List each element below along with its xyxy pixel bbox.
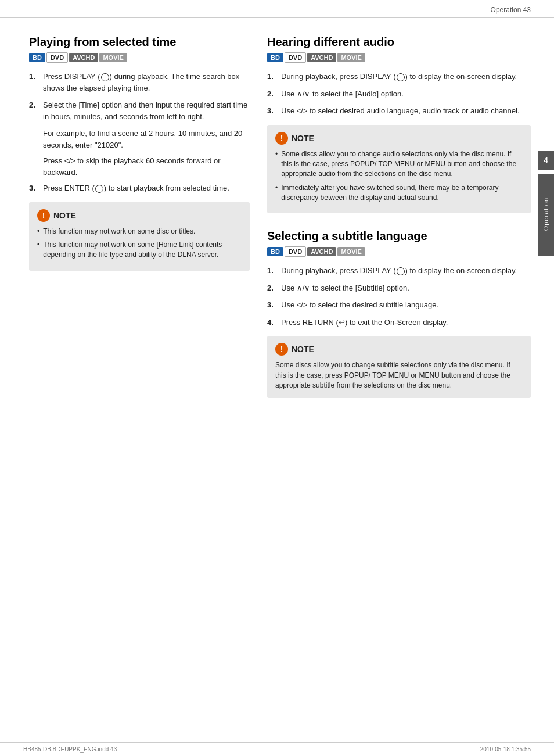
playing-note-title: NOTE bbox=[53, 211, 76, 220]
audio-step-3-num: 3. bbox=[267, 105, 278, 117]
footer-left: HB485-DB.BDEUPPK_ENG.indd 43 bbox=[23, 746, 117, 753]
step-1-num: 1. bbox=[29, 71, 39, 94]
audio-note-item-2: Immediately after you have switched soun… bbox=[275, 183, 523, 203]
section-audio: Hearing different audio BD DVD AVCHD MOV… bbox=[267, 35, 531, 213]
note-exclamation-icon-2: ! bbox=[275, 132, 288, 145]
audio-note-text-2: Immediately after you have switched soun… bbox=[281, 183, 523, 203]
audio-step-3-text: Use </> to select desired audio language… bbox=[281, 105, 531, 117]
enter-icon bbox=[95, 185, 103, 193]
subtitle-step-2-num: 2. bbox=[267, 282, 278, 294]
playing-note-box: ! NOTE This function may not work on som… bbox=[29, 202, 250, 271]
audio-note-box: ! NOTE Some discs allow you to change au… bbox=[267, 125, 531, 214]
subtitle-step-1-text: During playback, press DISPLAY () to dis… bbox=[281, 265, 531, 277]
step-1: 1. Press DISPLAY () during playback. The… bbox=[29, 71, 250, 94]
section-audio-title: Hearing different audio bbox=[267, 35, 531, 49]
subtitle-steps: 1. During playback, press DISPLAY () to … bbox=[267, 265, 531, 328]
subtitle-note-title: NOTE bbox=[292, 345, 314, 354]
subtitle-step-2-text: Use ∧/∨ to select the [Subtitle] option. bbox=[281, 282, 531, 294]
audio-note-header: ! NOTE bbox=[275, 132, 523, 145]
badge-movie-audio: MOVIE bbox=[337, 53, 365, 62]
subtitle-note-para: Some discs allow you to change subtitle … bbox=[275, 360, 523, 390]
playing-note-header: ! NOTE bbox=[37, 209, 242, 222]
section-subtitle: Selecting a subtitle language BD DVD AVC… bbox=[267, 230, 531, 397]
badge-bd-subtitle: BD bbox=[267, 247, 283, 256]
step-1-text: Press DISPLAY () during playback. The ti… bbox=[43, 71, 250, 94]
section-playing: Playing from selected time BD DVD AVCHD … bbox=[29, 35, 250, 271]
badge-dvd-subtitle: DVD bbox=[285, 246, 306, 257]
playing-note-item-1: This function may not work on some disc … bbox=[37, 227, 242, 237]
badge-bd-audio: BD bbox=[267, 53, 283, 62]
step-2-num: 2. bbox=[29, 99, 39, 122]
page: Operation 43 4 Operation Playing from se… bbox=[0, 0, 554, 756]
display-icon bbox=[101, 73, 109, 81]
sub-para-1: For example, to find a scene at 2 hours,… bbox=[43, 128, 250, 151]
subtitle-note-header: ! NOTE bbox=[275, 343, 523, 356]
audio-step-1-num: 1. bbox=[267, 71, 278, 83]
section-audio-badges: BD DVD AVCHD MOVIE bbox=[267, 52, 531, 63]
page-number: Operation 43 bbox=[491, 6, 531, 14]
note-exclamation-icon: ! bbox=[37, 209, 50, 222]
audio-step-3: 3. Use </> to select desired audio langu… bbox=[267, 105, 531, 117]
audio-note-text-1: Some discs allow you to change audio sel… bbox=[281, 149, 523, 180]
badge-dvd: DVD bbox=[46, 52, 68, 63]
audio-steps: 1. During playback, press DISPLAY () to … bbox=[267, 71, 531, 117]
audio-note-title: NOTE bbox=[292, 134, 314, 143]
sub-para-2: Press </> to skip the playback 60 second… bbox=[43, 155, 250, 178]
badge-bd: BD bbox=[29, 53, 45, 62]
display-icon-3 bbox=[397, 267, 405, 275]
audio-step-1-text: During playback, press DISPLAY () to dis… bbox=[281, 71, 531, 83]
badge-dvd-audio: DVD bbox=[285, 52, 306, 63]
audio-note-item-1: Some discs allow you to change audio sel… bbox=[275, 149, 523, 180]
playing-steps: 1. Press DISPLAY () during playback. The… bbox=[29, 71, 250, 194]
step-3-num: 3. bbox=[29, 182, 39, 194]
badge-avchd-audio: AVCHD bbox=[307, 53, 336, 62]
subtitle-step-1: 1. During playback, press DISPLAY () to … bbox=[267, 265, 531, 277]
audio-step-1: 1. During playback, press DISPLAY () to … bbox=[267, 71, 531, 83]
subtitle-step-4-text: Press RETURN (↩) to exit the On-Screen d… bbox=[281, 317, 531, 328]
page-header: Operation 43 bbox=[0, 0, 554, 18]
subtitle-step-2: 2. Use ∧/∨ to select the [Subtitle] opti… bbox=[267, 282, 531, 294]
badge-avchd: AVCHD bbox=[69, 53, 98, 62]
step-2: 2. Select the [Time] option and then inp… bbox=[29, 99, 250, 122]
audio-step-2: 2. Use ∧/∨ to select the [Audio] option. bbox=[267, 88, 531, 100]
playing-note-item-2: This function may not work on some [Home… bbox=[37, 240, 242, 260]
note-exclamation-icon-3: ! bbox=[275, 343, 288, 356]
badge-movie: MOVIE bbox=[99, 53, 127, 62]
subtitle-note-box: ! NOTE Some discs allow you to change su… bbox=[267, 336, 531, 397]
subtitle-step-1-num: 1. bbox=[267, 265, 278, 277]
page-footer: HB485-DB.BDEUPPK_ENG.indd 43 2010-05-18 … bbox=[0, 742, 554, 756]
main-content: Playing from selected time BD DVD AVCHD … bbox=[0, 18, 554, 410]
playing-note-text-2: This function may not work on some [Home… bbox=[43, 240, 242, 260]
section-playing-title: Playing from selected time bbox=[29, 35, 250, 49]
section-playing-badges: BD DVD AVCHD MOVIE bbox=[29, 52, 250, 63]
audio-step-2-text: Use ∧/∨ to select the [Audio] option. bbox=[281, 88, 531, 100]
step-3: 3. Press ENTER () to start playback from… bbox=[29, 182, 250, 194]
audio-step-2-num: 2. bbox=[267, 88, 278, 100]
left-column: Playing from selected time BD DVD AVCHD … bbox=[29, 35, 250, 398]
subtitle-step-4: 4. Press RETURN (↩) to exit the On-Scree… bbox=[267, 317, 531, 328]
subtitle-step-3-num: 3. bbox=[267, 299, 278, 311]
display-icon-2 bbox=[397, 73, 405, 81]
step-3-text: Press ENTER () to start playback from se… bbox=[43, 182, 250, 194]
right-column: Hearing different audio BD DVD AVCHD MOV… bbox=[267, 35, 531, 398]
footer-right: 2010-05-18 1:35:55 bbox=[480, 746, 531, 753]
step-2-text: Select the [Time] option and then input … bbox=[43, 99, 250, 122]
badge-movie-subtitle: MOVIE bbox=[337, 247, 365, 256]
badge-avchd-subtitle: AVCHD bbox=[307, 247, 336, 256]
subtitle-step-3: 3. Use </> to select the desired subtitl… bbox=[267, 299, 531, 311]
subtitle-step-4-num: 4. bbox=[267, 317, 278, 328]
playing-note-text-1: This function may not work on some disc … bbox=[43, 227, 242, 237]
subtitle-step-3-text: Use </> to select the desired subtitle l… bbox=[281, 299, 531, 311]
section-subtitle-title: Selecting a subtitle language bbox=[267, 230, 531, 243]
section-subtitle-badges: BD DVD AVCHD MOVIE bbox=[267, 246, 531, 257]
